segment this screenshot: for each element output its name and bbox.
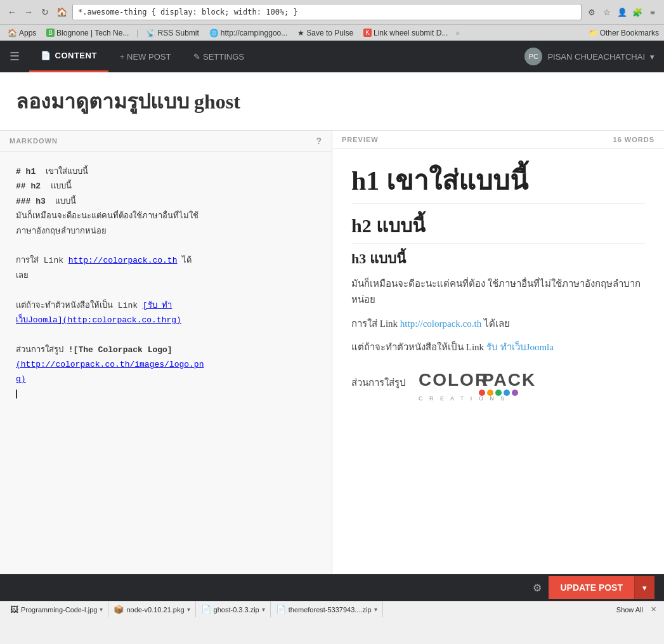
nav-new-post-tab[interactable]: + NEW POST (108, 41, 183, 72)
blognone-icon: B (46, 29, 55, 37)
new-post-label: + NEW POST (120, 52, 171, 62)
download-arrow-3[interactable]: ▾ (374, 606, 377, 613)
preview-header: PREVIEW 16 WORDS (332, 131, 664, 149)
forward-button[interactable]: → (22, 5, 36, 19)
preview-para1: มันก็เหมือนจะดีอะนะแต่คนที่ต้อง ใช้ภาษาอ… (351, 276, 645, 308)
user-menu[interactable]: PC PISAN CHUEACHATCHAI ▾ (524, 48, 654, 65)
download-arrow-0[interactable]: ▾ (100, 606, 103, 613)
colorpack-logo: COLOR PACK C R E A T I O N S (415, 364, 549, 402)
download-arrow-2[interactable]: ▾ (262, 606, 265, 613)
address-bar[interactable]: *.awesome-thing { display: block; width:… (72, 4, 582, 20)
ghost-app: ☰ 📄 CONTENT + NEW POST ✎ SETTINGS PC PIS… (0, 41, 664, 601)
update-post-button[interactable]: UPDATE POST (549, 576, 634, 599)
download-name-1: node-v0.10.21.pkg (126, 606, 184, 614)
preview-label: PREVIEW (342, 136, 379, 143)
markdown-label: MARKDOWN (10, 137, 58, 145)
md-line-link2b: เว็บJoomla](http:colorpack.co.thrg) (16, 313, 316, 327)
svg-text:COLOR: COLOR (419, 370, 489, 390)
preview-h3: h3 แบบนี้ (351, 250, 645, 268)
bookmark-rss[interactable]: 📡 RSS Submit (143, 28, 201, 38)
other-bookmarks[interactable]: 📁 Other Bookmarks (589, 29, 659, 37)
link1-pre: การใส่ Link (351, 319, 400, 329)
settings-label: ✎ SETTINGS (193, 52, 244, 62)
camping-label: http://campinggoo... (221, 29, 287, 37)
browser-toolbar: ← → ↻ 🏠 *.awesome-thing { display: block… (0, 0, 664, 24)
toolbar-icons: ⚙ ☆ 👤 🧩 ≡ (585, 6, 659, 18)
md-line-link1b: เลย (16, 268, 316, 283)
svg-text:C R E A T I O N S: C R E A T I O N S (419, 395, 507, 402)
preview-link1: การใส่ Link http://colorpack.co.th ได้เล… (351, 316, 645, 332)
preview-link2: แต่ถ้าจะทำตัวหนังสือให้เป็น Link รับ ทำเ… (351, 339, 645, 356)
bookmark-linkwheel[interactable]: K Link wheel submit D... (361, 28, 450, 38)
editor-area: MARKDOWN ? # h1 เขาใส่แบบนี้ ## h2 แบบนี… (0, 131, 664, 574)
download-zip2-icon: 📄 (276, 605, 286, 614)
update-post-button-group: UPDATE POST ▾ (549, 576, 654, 599)
nav-settings-tab[interactable]: ✎ SETTINGS (182, 41, 256, 72)
folder-icon: 📁 (589, 29, 598, 37)
linkwheel-label: Link wheel submit D... (374, 29, 448, 37)
apps-icon: 🏠 (8, 29, 17, 37)
address-text: *.awesome-thing { display: block; width:… (78, 8, 298, 16)
help-icon[interactable]: ? (316, 136, 322, 146)
linkwheel-icon: K (363, 29, 372, 37)
extension-icon[interactable]: 🧩 (631, 6, 644, 18)
bookmark-apps[interactable]: 🏠 Apps (5, 28, 39, 38)
settings-icon[interactable]: ⚙ (585, 6, 598, 18)
blognone-label: Blognone | Tech Ne... (56, 29, 129, 37)
download-zip1-icon: 📄 (201, 605, 211, 614)
reload-button[interactable]: ↻ (38, 5, 52, 19)
nav-buttons: ← → ↻ 🏠 (5, 5, 68, 19)
download-item-0[interactable]: 🖼 Programming-Code-I.jpg ▾ (5, 601, 108, 617)
link2-text[interactable]: รับ ทำเว็บJoomla (486, 342, 554, 352)
preview-content: h1 เขาใส่แบบนี้ h2 แบบนี้ h3 แบบนี้ มันก… (332, 149, 664, 574)
bookmark-blognone[interactable]: B Blognone | Tech Ne... (44, 28, 131, 38)
download-name-0: Programming-Code-I.jpg (21, 606, 97, 614)
markdown-editor[interactable]: # h1 เขาใส่แบบนี้ ## h2 แบบนี้ ### h3 แบ… (0, 152, 332, 574)
bookmark-icon[interactable]: ☆ (601, 6, 613, 18)
content-label: CONTENT (55, 51, 97, 60)
user-chevron-icon: ▾ (650, 52, 654, 62)
preview-image-area: ส่วนการใส่รูป COLOR PACK (351, 364, 645, 402)
md-line-link2: แต่ถ้าจะทำตัวหนังสือให้เป็น Link [รับ ทำ (16, 298, 316, 313)
download-arrow-1[interactable]: ▾ (187, 606, 190, 613)
post-title-area: ลองมาดูตามรูปแบบ ghost (0, 72, 664, 131)
rss-icon: 📡 (146, 29, 155, 37)
content-icon: 📄 (41, 51, 51, 60)
home-button[interactable]: 🏠 (55, 5, 68, 19)
show-all-button[interactable]: Show All (611, 606, 648, 614)
nav-content-tab[interactable]: 📄 CONTENT (29, 41, 108, 72)
post-title[interactable]: ลองมาดูตามรูปแบบ ghost (16, 85, 648, 117)
user-icon[interactable]: 👤 (616, 6, 628, 18)
post-settings-icon[interactable]: ⚙ (526, 576, 549, 599)
download-item-2[interactable]: 📄 ghost-0.3.3.zip ▾ (196, 601, 271, 617)
download-item-3[interactable]: 📄 themeforest-5337943....zip ▾ (271, 601, 383, 617)
rss-label: RSS Submit (157, 29, 199, 37)
close-download-bar[interactable]: ✕ (648, 605, 659, 614)
star-icon: ★ (297, 29, 304, 37)
hamburger-menu[interactable]: ☰ (10, 49, 20, 63)
md-line-h2: ## h2 แบบนี้ (16, 179, 316, 194)
preview-panel: PREVIEW 16 WORDS h1 เขาใส่แบบนี้ h2 แบบน… (332, 131, 664, 574)
menu-icon[interactable]: ≡ (646, 6, 659, 18)
bookmarks-bar: 🏠 Apps B Blognone | Tech Ne... | 📡 RSS S… (0, 24, 664, 41)
md-line-para1: มันก็เหมือนจะดีอะนะแต่คนที่ต้องใช้ภาษาอื… (16, 209, 316, 223)
bookmark-pulse[interactable]: ★ Save to Pulse (295, 28, 356, 38)
download-pkg-icon: 📦 (114, 605, 124, 614)
word-count: 16 WORDS (613, 136, 654, 143)
back-button[interactable]: ← (5, 5, 19, 19)
pulse-label: Save to Pulse (306, 29, 353, 37)
link2-pre: แต่ถ้าจะทำตัวหนังสือให้เป็น Link (351, 342, 486, 352)
link1-url[interactable]: http://colorpack.co.th (400, 319, 481, 329)
download-item-1[interactable]: 📦 node-v0.10.21.pkg ▾ (108, 601, 195, 617)
other-bookmarks-label: Other Bookmarks (600, 29, 659, 37)
download-name-2: ghost-0.3.3.zip (214, 606, 259, 614)
update-post-dropdown[interactable]: ▾ (634, 576, 654, 599)
user-avatar: PC (524, 48, 542, 65)
preview-h2: h2 แบบนี้ (351, 213, 645, 244)
md-line-img3: g) (16, 372, 316, 386)
bookmark-camping[interactable]: 🌐 http://campinggoo... (207, 28, 290, 38)
camping-icon: 🌐 (209, 29, 219, 37)
ghost-navigation: ☰ 📄 CONTENT + NEW POST ✎ SETTINGS PC PIS… (0, 41, 664, 72)
dropdown-chevron-icon: ▾ (642, 583, 647, 593)
md-line-link1: การใส่ Link http://colorpack.co.th ได้ (16, 253, 316, 268)
